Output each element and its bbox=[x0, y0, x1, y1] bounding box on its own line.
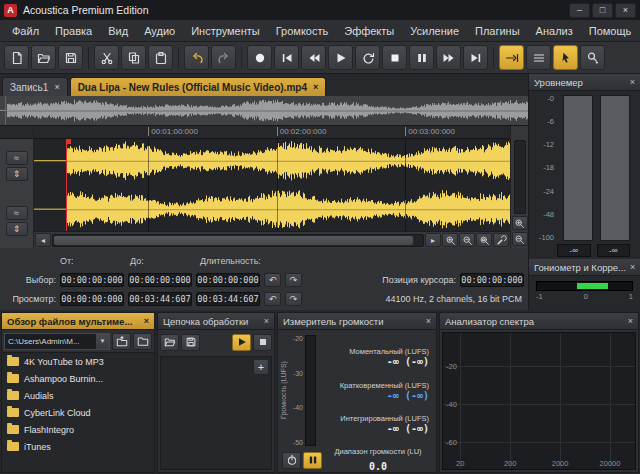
peak-left: -∞ bbox=[557, 244, 591, 257]
zoom-selection-button[interactable] bbox=[476, 233, 492, 247]
menu-item[interactable]: Вид bbox=[100, 22, 136, 40]
loudness-close-icon[interactable]: × bbox=[422, 316, 431, 326]
level-meter-title: Уровнемер bbox=[534, 77, 583, 88]
channel-1-wave-button[interactable]: ≈ bbox=[6, 151, 28, 165]
zoom-menu-icon bbox=[586, 51, 600, 65]
file-browser-close-icon[interactable]: × bbox=[140, 316, 149, 326]
selection-length-field[interactable]: 00:00:00:000 bbox=[196, 273, 260, 287]
skip-end-button[interactable] bbox=[463, 45, 488, 70]
skip-start-button[interactable] bbox=[274, 45, 299, 70]
menu-item[interactable]: Аудио bbox=[136, 22, 183, 40]
view-length-field[interactable]: 00:03:44:607 bbox=[196, 292, 260, 306]
tab-close-icon[interactable]: × bbox=[313, 82, 318, 92]
waveform-overview[interactable] bbox=[0, 96, 528, 126]
stop-button[interactable] bbox=[382, 45, 407, 70]
scroll-left-button[interactable]: ◂ bbox=[35, 233, 51, 247]
chain-close-icon[interactable]: × bbox=[260, 316, 269, 326]
new-file-button[interactable] bbox=[4, 45, 29, 70]
undo-button[interactable] bbox=[184, 45, 209, 70]
menu-item[interactable]: Файл bbox=[4, 22, 47, 40]
power-icon bbox=[286, 454, 298, 466]
chain-save-button[interactable] bbox=[181, 334, 200, 351]
vertical-scrollbar[interactable] bbox=[514, 140, 526, 214]
selection-from-field[interactable]: 00:00:00:000 bbox=[60, 273, 124, 287]
zoom-out-button[interactable] bbox=[459, 233, 475, 247]
selection-undo-button[interactable]: ↶ bbox=[264, 273, 281, 287]
menu-item[interactable]: Эффекты bbox=[336, 22, 402, 40]
file-list-item[interactable]: CyberLink Cloud bbox=[2, 404, 154, 421]
menu-item[interactable]: Плагины bbox=[467, 22, 528, 40]
scroll-right-button[interactable]: ▸ bbox=[425, 233, 441, 247]
minimize-button[interactable]: – bbox=[569, 3, 590, 18]
channel-2-zoom-button[interactable]: ⇕ bbox=[6, 222, 28, 236]
file-list-item[interactable]: iTunes bbox=[2, 438, 154, 455]
play-button[interactable] bbox=[328, 45, 353, 70]
combo-dropdown-icon[interactable]: ▼ bbox=[96, 334, 109, 349]
menu-item[interactable]: Громкость bbox=[268, 22, 336, 40]
maximize-button[interactable]: □ bbox=[592, 3, 613, 18]
redo-button[interactable] bbox=[211, 45, 236, 70]
copy-button[interactable] bbox=[121, 45, 146, 70]
view-undo-button[interactable]: ↶ bbox=[264, 292, 281, 306]
stop-icon bbox=[388, 51, 402, 65]
zoom-in-button[interactable] bbox=[442, 233, 458, 247]
chain-stop-button[interactable] bbox=[253, 334, 272, 351]
paste-button[interactable] bbox=[148, 45, 173, 70]
document-tab[interactable]: Dua Lipa - New Rules (Official Music Vid… bbox=[70, 77, 327, 96]
open-folder-button[interactable] bbox=[31, 45, 56, 70]
channel-2-wave-button[interactable]: ≈ bbox=[6, 206, 28, 220]
file-list-item[interactable]: Audials bbox=[2, 387, 154, 404]
path-combobox[interactable]: C:\Users\Admin\M... ▼ bbox=[4, 333, 110, 350]
scrub-button[interactable] bbox=[499, 45, 524, 70]
selection-cursor-button[interactable] bbox=[553, 45, 578, 70]
chain-play-button[interactable] bbox=[232, 334, 251, 351]
correlation-value-bar bbox=[577, 283, 608, 289]
file-list-item[interactable]: FlashIntegro bbox=[2, 421, 154, 438]
menu-item[interactable]: Инструменты bbox=[183, 22, 268, 40]
menu-item[interactable]: Правка bbox=[47, 22, 100, 40]
zoom-menu-button[interactable] bbox=[580, 45, 605, 70]
view-from-field[interactable]: 00:00:00:000 bbox=[60, 292, 124, 306]
close-button[interactable]: × bbox=[615, 3, 636, 18]
scrollbar-thumb[interactable] bbox=[54, 236, 413, 245]
level-meter-header: Уровнемер × bbox=[529, 74, 640, 91]
chain-list[interactable]: + bbox=[160, 356, 272, 470]
record-button[interactable] bbox=[247, 45, 272, 70]
browse-folder-button[interactable] bbox=[133, 333, 152, 350]
waveform-display[interactable] bbox=[34, 139, 510, 231]
file-list-item[interactable]: Ashampoo Burnin... bbox=[2, 370, 154, 387]
add-effect-button[interactable]: + bbox=[253, 359, 269, 375]
cut-button[interactable] bbox=[94, 45, 119, 70]
fast-forward-button[interactable] bbox=[436, 45, 461, 70]
tab-close-icon[interactable]: × bbox=[54, 82, 59, 92]
spectrum-close-icon[interactable]: × bbox=[624, 316, 633, 326]
timeline-ruler[interactable]: 00:01:00:00000:02:00:00000:03:00:000 bbox=[34, 126, 510, 139]
power-button[interactable] bbox=[282, 452, 301, 469]
pause-measure-button[interactable] bbox=[303, 452, 322, 469]
view-to-field[interactable]: 00:03:44:607 bbox=[128, 292, 192, 306]
vertical-zoom-out-button[interactable] bbox=[512, 232, 528, 246]
spectrum-y-tick: -60 bbox=[446, 437, 457, 446]
wave-settings-wrench-button[interactable] bbox=[493, 233, 509, 247]
document-tab[interactable]: Запись1× bbox=[2, 77, 68, 96]
channel-1-zoom-button[interactable]: ⇕ bbox=[6, 167, 28, 181]
file-list-item[interactable]: 4K YouTube to MP3 bbox=[2, 353, 154, 370]
selection-to-field[interactable]: 00:00:00:000 bbox=[128, 273, 192, 287]
cursor-position-field[interactable]: 00:00:00:000 bbox=[460, 273, 524, 287]
rewind-button[interactable] bbox=[301, 45, 326, 70]
level-meter-close-icon[interactable]: × bbox=[626, 77, 635, 87]
menu-item[interactable]: Усиление bbox=[402, 22, 467, 40]
track-list-button[interactable] bbox=[526, 45, 551, 70]
vertical-zoom-in-button[interactable] bbox=[512, 216, 528, 230]
loop-button[interactable] bbox=[355, 45, 380, 70]
selection-redo-button[interactable]: ↷ bbox=[285, 273, 302, 287]
horizontal-scrollbar[interactable] bbox=[52, 234, 424, 247]
view-redo-button[interactable]: ↷ bbox=[285, 292, 302, 306]
chain-open-button[interactable] bbox=[160, 334, 179, 351]
save-button[interactable] bbox=[58, 45, 83, 70]
folder-up-button[interactable] bbox=[112, 333, 131, 350]
menu-item[interactable]: Анализ bbox=[528, 22, 581, 40]
menu-item[interactable]: Помощь bbox=[581, 22, 640, 40]
pause-button[interactable] bbox=[409, 45, 434, 70]
goniometer-close-icon[interactable]: × bbox=[626, 262, 635, 272]
